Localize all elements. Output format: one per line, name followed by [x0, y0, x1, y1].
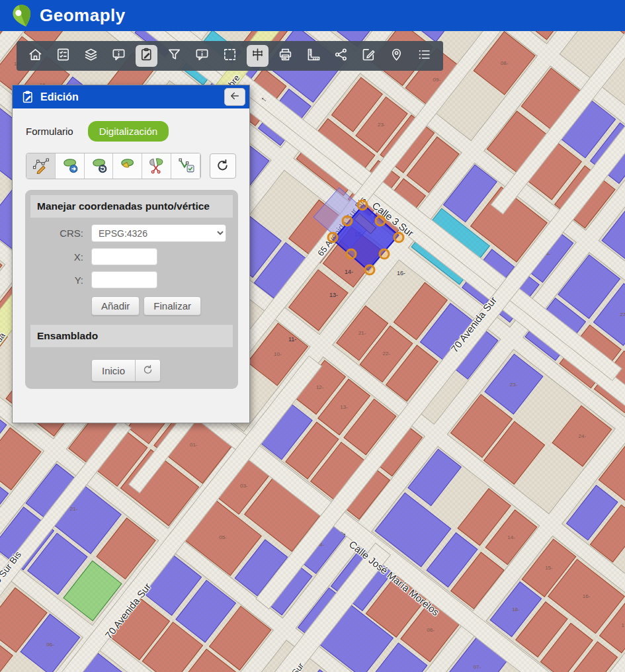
edit-panel-titlebar: Edición	[13, 85, 249, 108]
toolbar-annotate-button[interactable]	[358, 45, 380, 67]
locate-icon	[389, 47, 404, 65]
form-checklist-icon	[56, 47, 71, 65]
vertex-tool-icon	[176, 156, 195, 176]
toolbar-measure-button[interactable]	[302, 45, 324, 67]
vertex-handle[interactable]	[375, 216, 386, 227]
y-input[interactable]	[91, 271, 157, 288]
parcel-label: 08-	[501, 60, 509, 66]
toolbar-feature-info-button[interactable]	[108, 45, 130, 67]
tool-move-feature-button[interactable]	[56, 153, 85, 179]
refresh-icon	[216, 158, 229, 174]
parcel-label: 14-	[345, 269, 353, 275]
x-label: X:	[25, 251, 91, 263]
reshape-feature-icon	[118, 156, 137, 176]
parcel-label: 12-	[316, 384, 324, 390]
split-feature-icon	[147, 156, 166, 176]
digitize-refresh-button[interactable]	[210, 153, 236, 179]
parcel[interactable]	[602, 202, 625, 264]
toolbar-home-button[interactable]	[24, 45, 46, 67]
toolbar-query-info-button[interactable]	[191, 45, 213, 67]
measure-icon	[306, 47, 321, 65]
tool-reshape-feature-button[interactable]	[113, 153, 142, 179]
panel-tabs: Formulario Digitalización	[13, 108, 249, 142]
parcel-label: 16-	[583, 593, 591, 599]
panel-back-button[interactable]	[224, 88, 245, 106]
parcel-label: 01-	[189, 442, 197, 448]
annotate-icon	[361, 47, 376, 65]
parcel-label: 21-	[358, 330, 366, 336]
home-icon	[28, 47, 43, 65]
add-button[interactable]: Añadir	[91, 296, 140, 315]
parcel-label: 24-	[578, 433, 586, 439]
assembly-refresh-button[interactable]	[135, 360, 160, 381]
toolbar-edit-button-active[interactable]	[136, 45, 157, 67]
refresh-icon	[142, 364, 153, 377]
parcel-label: 18-	[512, 607, 520, 612]
parcel-label: 11-	[288, 336, 296, 343]
parcel-label: 17-	[622, 622, 625, 628]
toolbar-form-checklist-button[interactable]	[52, 45, 74, 67]
toolbar-layers-button[interactable]	[80, 45, 102, 67]
x-input[interactable]	[91, 248, 157, 265]
filter-icon	[167, 47, 182, 65]
select-area-icon	[222, 47, 237, 65]
parcel-label: 27-	[620, 312, 625, 317]
tool-rotate-feature-button[interactable]	[85, 153, 114, 179]
vertex-handle[interactable]	[346, 249, 357, 260]
parcel-label: 16-	[397, 270, 405, 276]
parcel[interactable]	[407, 449, 462, 507]
tab-formulario[interactable]: Formulario	[26, 126, 73, 137]
crs-select[interactable]: EPSG:4326	[91, 224, 226, 242]
parcel-label: 05-	[219, 534, 227, 540]
map-toolbar	[17, 41, 443, 71]
digitize-form-card: Manejar coordenadas punto/vértice CRS: E…	[25, 190, 238, 389]
coords-buttons: Añadir Finalizar	[25, 296, 238, 315]
rotate-feature-icon	[89, 156, 108, 176]
signpost-icon	[250, 47, 265, 65]
finish-button[interactable]: Finalizar	[144, 296, 201, 315]
back-arrow-icon	[229, 90, 241, 104]
tool-vertex-edit-button[interactable]	[26, 153, 56, 179]
feature-info-icon	[111, 47, 126, 65]
tool-split-feature-button[interactable]	[142, 153, 171, 179]
toolbar-legend-list-button[interactable]	[413, 45, 435, 67]
vertex-handle[interactable]	[364, 265, 376, 276]
edit-icon	[139, 47, 154, 65]
parcel-label: 22-	[382, 351, 390, 357]
assembly-section-header: Ensamblado	[30, 325, 233, 347]
digitize-toolbar	[13, 142, 249, 179]
toolbar-signpost-button-active[interactable]	[247, 45, 269, 67]
vertex-handle[interactable]	[379, 249, 390, 260]
parcel-label: 10-	[274, 351, 282, 357]
digitize-tool-group	[26, 153, 201, 179]
parcel[interactable]: 24-	[552, 405, 612, 467]
toolbar-share-button[interactable]	[330, 45, 352, 67]
y-row: Y:	[25, 271, 238, 288]
toolbar-print-button[interactable]	[274, 45, 296, 67]
vertex-handle[interactable]	[327, 232, 339, 243]
parcel-label: 21-	[70, 506, 78, 512]
tool-vertex-tool-button[interactable]	[171, 153, 200, 179]
parcel-label: 06-	[46, 642, 54, 648]
parcel-label: 06-	[427, 628, 435, 634]
crs-row: CRS: EPSG:4326	[25, 224, 238, 242]
crs-label: CRS:	[25, 228, 91, 239]
parcel-label: 13-	[329, 292, 338, 298]
vertex-handle[interactable]	[394, 232, 405, 243]
toolbar-locate-button[interactable]	[386, 45, 407, 67]
parcel-label: 07-	[474, 665, 481, 671]
vertex-handle[interactable]	[342, 216, 353, 227]
parcel-label: 23-	[378, 122, 386, 128]
parcel-label: 15-	[545, 565, 553, 571]
vertex-handle[interactable]	[357, 200, 368, 211]
legend-list-icon	[417, 47, 432, 65]
panel-title: Edición	[40, 91, 224, 103]
start-button[interactable]: Inicio	[92, 360, 135, 381]
toolbar-select-area-button[interactable]	[219, 45, 241, 67]
parcel-label: 13-	[341, 404, 349, 410]
toolbar-filter-button[interactable]	[163, 45, 185, 67]
parcel-label: 09-	[433, 77, 440, 83]
tab-digitalizacion[interactable]: Digitalización	[88, 121, 169, 142]
app-window: 01-02-03-04-05-06-07-08-09-10-11-12-13-1…	[0, 0, 625, 672]
parcel[interactable]	[0, 427, 41, 490]
